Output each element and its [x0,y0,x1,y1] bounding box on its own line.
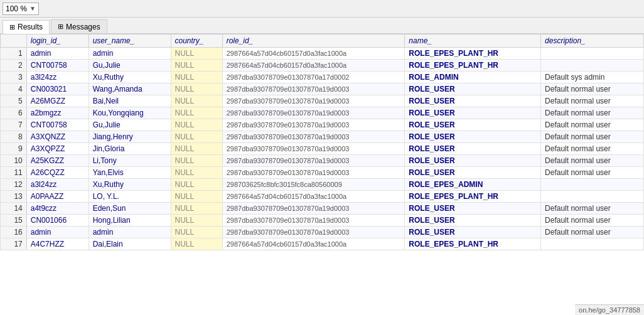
cell-rownum: 17 [1,238,27,250]
cell-user_name: LO, Y.L. [89,191,171,203]
cell-role_id: 2987dba93078709e01307870a19d0003 [222,227,405,238]
cell-name: ROLE_EPES_PLANT_HR [405,60,541,72]
cell-user_name: Bai,Neil [89,95,171,107]
cell-role_id: 2987dba93078709e01307870a19d0003 [222,119,405,131]
cell-user_name: admin [89,48,171,60]
cell-rownum: 9 [1,143,27,155]
cell-country: NULL [171,215,222,227]
cell-name: ROLE_USER [405,227,541,238]
cell-rownum: 12 [1,179,27,191]
table-row[interactable]: 2CNT00758Gu,JulieNULL2987664a57d04cb6015… [1,60,644,72]
cell-country: NULL [171,119,222,131]
col-header-description: description_ [541,35,644,48]
toolbar: 100 % ▼ [0,0,644,18]
cell-description: Default normal user [541,131,644,143]
cell-role_id: 2987dba93078709e01307870a17d0002 [222,72,405,83]
cell-login_id: CNT00758 [26,60,89,72]
cell-login_id: a4t9czz [26,203,89,215]
table-row[interactable]: 15CN001066Hong,LilianNULL2987dba93078709… [1,215,644,227]
table-row[interactable]: 13A0PAAZZLO, Y.L.NULL2987664a57d04cb6015… [1,191,644,203]
tab-messages[interactable]: ⊞Messages [51,19,107,33]
cell-country: NULL [171,191,222,203]
cell-login_id: a3l24zz [26,179,89,191]
cell-country: NULL [171,203,222,215]
zoom-control[interactable]: 100 % ▼ [3,3,39,15]
cell-name: ROLE_ADMIN [405,72,541,83]
cell-login_id: A25KGZZ [26,155,89,167]
cell-description: Default normal user [541,119,644,131]
zoom-value: 100 % [6,4,27,13]
cell-description: Default normal user [541,107,644,119]
cell-user_name: Jin,Gloria [89,143,171,155]
table-row[interactable]: 1adminadminNULL2987664a57d04cb60157d0a3f… [1,48,644,60]
cell-description: Default normal user [541,167,644,179]
cell-role_id: 2987664a57d04cb60157d0a3fac1000a [222,238,405,250]
cell-user_name: admin [89,227,171,238]
cell-login_id: a3l24zz [26,72,89,83]
cell-description: Default normal user [541,83,644,95]
zoom-arrow-icon: ▼ [30,5,36,12]
table-row[interactable]: 16adminadminNULL2987dba93078709e01307870… [1,227,644,238]
table-row[interactable]: 7CNT00758Gu,JulieNULL2987dba93078709e013… [1,119,644,131]
cell-rownum: 2 [1,60,27,72]
cell-name: ROLE_USER [405,143,541,155]
cell-rownum: 14 [1,203,27,215]
cell-role_id: 2987dba93078709e01307870a19d0003 [222,203,405,215]
cell-description [541,179,644,191]
table-row[interactable]: 6a2bmgzzKou,YongqiangNULL2987dba93078709… [1,107,644,119]
tabs-bar: ⊞Results⊞Messages [0,18,644,34]
cell-rownum: 7 [1,119,27,131]
cell-country: NULL [171,48,222,60]
cell-country: NULL [171,83,222,95]
cell-description: Default normal user [541,227,644,238]
bottom-bar: on.he/go_34777858 [575,304,644,315]
cell-rownum: 11 [1,167,27,179]
cell-role_id: 2987dba93078709e01307870a19d0003 [222,167,405,179]
col-header-user_name: user_name_ [89,35,171,48]
cell-login_id: A4C7HZZ [26,238,89,250]
tab-messages-icon: ⊞ [58,23,63,31]
table-row[interactable]: 12a3l24zzXu,RuthyNULL298703625fc8bfc3015… [1,179,644,191]
cell-user_name: Kou,Yongqiang [89,107,171,119]
table-row[interactable]: 4CN003021Wang,AmandaNULL2987dba93078709e… [1,83,644,95]
tab-results-icon: ⊞ [9,23,15,31]
cell-role_id: 2987dba93078709e01307870a19d0003 [222,95,405,107]
cell-user_name: Dai,Elain [89,238,171,250]
column-header-row: login_id_ user_name_ country_ role_id_ n… [1,35,644,48]
cell-login_id: CN003021 [26,83,89,95]
cell-country: NULL [171,143,222,155]
cell-user_name: Xu,Ruthy [89,72,171,83]
cell-role_id: 2987664a57d04cb60157d0a3fac1000a [222,60,405,72]
cell-role_id: 2987dba93078709e01307870a19d0003 [222,143,405,155]
cell-login_id: A3XQPZZ [26,143,89,155]
tab-results[interactable]: ⊞Results [3,20,50,34]
table-row[interactable]: 5A26MGZZBai,NeilNULL2987dba93078709e0130… [1,95,644,107]
table-row[interactable]: 9A3XQPZZJin,GloriaNULL2987dba93078709e01… [1,143,644,155]
cell-rownum: 6 [1,107,27,119]
table-container[interactable]: login_id_ user_name_ country_ role_id_ n… [0,34,644,315]
tab-messages-label: Messages [66,23,100,31]
results-table: login_id_ user_name_ country_ role_id_ n… [0,34,644,250]
table-row[interactable]: 8A3XQNZZJiang,HenryNULL2987dba93078709e0… [1,131,644,143]
cell-description [541,238,644,250]
table-row[interactable]: 14a4t9czzEden,SunNULL2987dba93078709e013… [1,203,644,215]
table-row[interactable]: 3a3l24zzXu,RuthyNULL2987dba93078709e0130… [1,72,644,83]
table-row[interactable]: 17A4C7HZZDai,ElainNULL2987664a57d04cb601… [1,238,644,250]
cell-login_id: A26CQZZ [26,167,89,179]
cell-country: NULL [171,155,222,167]
tab-results-label: Results [18,23,43,31]
cell-user_name: Jiang,Henry [89,131,171,143]
cell-role_id: 2987664a57d04cb60157d0a3fac1000a [222,191,405,203]
table-row[interactable]: 11A26CQZZYan,ElvisNULL2987dba93078709e01… [1,167,644,179]
cell-user_name: Yan,Elvis [89,167,171,179]
cell-name: ROLE_USER [405,95,541,107]
cell-role_id: 2987dba93078709e01307870a19d0003 [222,83,405,95]
cell-description: Default normal user [541,95,644,107]
cell-description [541,60,644,72]
cell-rownum: 16 [1,227,27,238]
cell-user_name: Wang,Amanda [89,83,171,95]
table-row[interactable]: 10A25KGZZLi,TonyNULL2987dba93078709e0130… [1,155,644,167]
cell-role_id: 2987664a57d04cb60157d0a3fac1000a [222,48,405,60]
col-header-name: name_ [405,35,541,48]
cell-user_name: Gu,Julie [89,119,171,131]
